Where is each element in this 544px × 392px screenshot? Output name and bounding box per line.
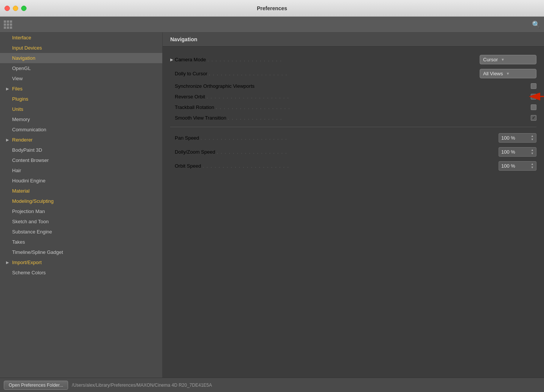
pan-speed-label-group: Pan Speed . . . . . . . . . . . . . . . … (175, 135, 499, 141)
sync-ortho-label: Synchronize Orthographic Viewports (175, 83, 255, 89)
orbit-speed-dots: . . . . . . . . . . . . . . . . . . . . … (201, 163, 499, 169)
sync-ortho-checkbox[interactable] (531, 83, 536, 89)
camera-mode-dropdown[interactable]: Cursor ▼ (480, 55, 536, 64)
sidebar-item-communication[interactable]: Communication (0, 124, 162, 135)
camera-mode-row: ▶ Camera Mode . . . . . . . . . . . . . … (170, 53, 536, 67)
sidebar: Interface Input Devices Navigation OpenG… (0, 33, 163, 378)
dolly-zoom-speed-label-group: Dolly/Zoom Speed . . . . . . . . . . . .… (175, 149, 499, 155)
sidebar-item-view[interactable]: View (0, 73, 162, 84)
sidebar-label-sketch-toon: Sketch and Toon (12, 219, 49, 224)
close-button[interactable] (5, 6, 10, 11)
maximize-button[interactable] (21, 6, 26, 11)
sync-ortho-label-group: Synchronize Orthographic Viewports (175, 83, 531, 89)
dropdown-arrow-camera: ▼ (501, 58, 505, 62)
smooth-view-control (531, 115, 536, 121)
traffic-lights (5, 6, 26, 11)
sidebar-item-content-browser[interactable]: Content Browser (0, 155, 162, 165)
orbit-down[interactable]: ▼ (531, 166, 534, 169)
sidebar-label-input-devices: Input Devices (12, 45, 42, 51)
camera-mode-label: Camera Mode (175, 57, 206, 62)
sidebar-label-takes: Takes (12, 239, 25, 245)
camera-mode-expand[interactable]: ▶ (170, 58, 173, 62)
sidebar-item-input-devices[interactable]: Input Devices (0, 43, 162, 53)
sidebar-item-units[interactable]: Units (0, 104, 162, 114)
prefs-path: /Users/alex/Library/Preferences/MAXON/Ci… (72, 383, 212, 388)
sidebar-label-view: View (12, 76, 23, 81)
trackball-checkbox[interactable] (531, 104, 536, 110)
sidebar-item-files[interactable]: ▶ Files (0, 84, 162, 94)
dolly-zoom-speed-input[interactable]: 100 % ▲ ▼ (499, 147, 536, 157)
orbit-speed-label: Orbit Speed (175, 163, 201, 169)
sidebar-item-modeling-sculpting[interactable]: Modeling/Sculpting (0, 196, 162, 206)
bottom-bar: Open Preferences Folder... /Users/alex/L… (0, 378, 544, 392)
trackball-dots: . . . . . . . . . . . . . . . . . . . (214, 105, 531, 110)
dolly-zoom-speed-arrows: ▲ ▼ (531, 149, 534, 155)
sidebar-label-houdini-engine: Houdini Engine (12, 178, 45, 184)
sidebar-item-interface[interactable]: Interface (0, 33, 162, 43)
orbit-speed-row: ▶ Orbit Speed . . . . . . . . . . . . . … (170, 159, 536, 173)
sidebar-label-files: Files (12, 86, 22, 92)
sidebar-item-material[interactable]: Material (0, 186, 162, 196)
camera-mode-value: Cursor (483, 57, 498, 62)
expand-arrow-import-export: ▶ (6, 260, 10, 264)
trackball-row: ▶ Trackball Rotation . . . . . . . . . .… (170, 102, 536, 112)
open-prefs-button[interactable]: Open Preferences Folder... (4, 381, 68, 390)
dolly-zoom-down[interactable]: ▼ (531, 152, 534, 155)
main-layout: Interface Input Devices Navigation OpenG… (0, 33, 544, 378)
dolly-cursor-dropdown[interactable]: All Views ▼ (480, 69, 536, 78)
sidebar-label-memory: Memory (12, 117, 30, 122)
sidebar-label-navigation: Navigation (12, 55, 35, 61)
pan-speed-label: Pan Speed (175, 135, 199, 141)
sidebar-item-import-export[interactable]: ▶ Import/Export (0, 257, 162, 268)
sidebar-item-renderer[interactable]: ▶ Renderer (0, 135, 162, 145)
dolly-zoom-up[interactable]: ▲ (531, 149, 534, 152)
pan-speed-up[interactable]: ▲ (531, 135, 534, 138)
sidebar-item-opengl[interactable]: OpenGL (0, 63, 162, 73)
sidebar-item-sketch-toon[interactable]: Sketch and Toon (0, 216, 162, 227)
section-divider (170, 127, 536, 127)
sidebar-item-scheme-colors[interactable]: Scheme Colors (0, 268, 162, 278)
toolbar: 🔍 (0, 17, 544, 33)
expand-arrow-files: ▶ (6, 87, 10, 91)
pan-speed-value: 100 % (501, 135, 515, 141)
sidebar-label-material: Material (12, 188, 30, 194)
minimize-button[interactable] (13, 6, 18, 11)
sidebar-label-interface: Interface (12, 35, 31, 40)
sidebar-label-projection-man: Projection Man (12, 208, 45, 214)
reverse-orbit-label-group: Reverse Orbit . . . . . . . . . . . . . … (175, 94, 531, 100)
smooth-view-checkbox[interactable] (531, 115, 536, 121)
search-icon[interactable]: 🔍 (532, 20, 540, 29)
settings-section: ▶ Camera Mode . . . . . . . . . . . . . … (163, 47, 544, 179)
expand-arrow-renderer: ▶ (6, 138, 10, 142)
sync-ortho-row: ▶ Synchronize Orthographic Viewports (170, 81, 536, 91)
sidebar-item-timeline-spline[interactable]: Timeline/Spline Gadget (0, 247, 162, 257)
sidebar-item-projection-man[interactable]: Projection Man (0, 206, 162, 216)
sidebar-item-hair[interactable]: Hair (0, 165, 162, 176)
grid-icon[interactable] (4, 20, 12, 29)
sidebar-item-memory[interactable]: Memory (0, 114, 162, 124)
sidebar-label-plugins: Plugins (12, 96, 28, 102)
orbit-speed-input[interactable]: 100 % ▲ ▼ (499, 161, 536, 171)
content-header: Navigation (163, 33, 544, 47)
dolly-cursor-value: All Views (483, 71, 503, 76)
reverse-orbit-dots: . . . . . . . . . . . . . . . . . . . . … (205, 94, 531, 100)
sidebar-item-houdini-engine[interactable]: Houdini Engine (0, 176, 162, 186)
sidebar-item-takes[interactable]: Takes (0, 237, 162, 247)
dolly-zoom-speed-dots: . . . . . . . . . . . . . . . . . . (215, 149, 499, 155)
pan-speed-down[interactable]: ▼ (531, 138, 534, 141)
content-area: Navigation ▶ Camera Mode . . . . . . . .… (163, 33, 544, 378)
sidebar-label-communication: Communication (12, 127, 46, 132)
dolly-cursor-label-group: Dolly to Cursor . . . . . . . . . . . . … (175, 71, 480, 76)
pan-speed-input[interactable]: 100 % ▲ ▼ (499, 133, 536, 143)
reverse-orbit-control (531, 94, 536, 100)
sidebar-item-substance-engine[interactable]: Substance Engine (0, 227, 162, 237)
dolly-cursor-dots: . . . . . . . . . . . . . . . . . . . . (207, 71, 480, 76)
sidebar-item-plugins[interactable]: Plugins (0, 94, 162, 104)
reverse-orbit-checkbox[interactable] (531, 94, 536, 100)
sidebar-item-bodypaint[interactable]: BodyPaint 3D (0, 145, 162, 155)
sidebar-label-hair: Hair (12, 168, 21, 173)
sidebar-item-navigation[interactable]: Navigation (0, 53, 162, 63)
trackball-label: Trackball Rotation (175, 104, 214, 110)
sidebar-label-bodypaint: BodyPaint 3D (12, 147, 42, 153)
orbit-up[interactable]: ▲ (531, 163, 534, 166)
